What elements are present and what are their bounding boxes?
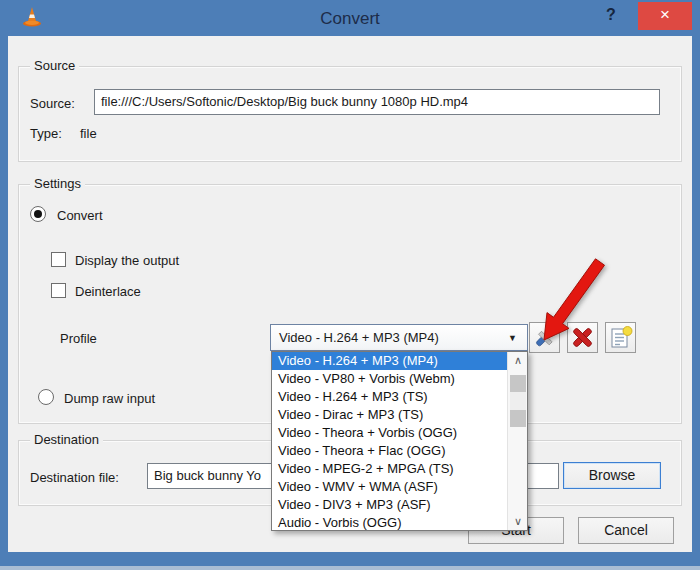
dropdown-item[interactable]: Video - Dirac + MP3 (TS): [272, 406, 508, 424]
source-field-label: Source:: [30, 96, 75, 111]
dropdown-item[interactable]: Video - Theora + Vorbis (OGG): [272, 424, 508, 442]
dropdown-item[interactable]: Audio - Vorbis (OGG): [272, 514, 508, 532]
dropdown-item[interactable]: Video - VP80 + Vorbis (Webm): [272, 370, 508, 388]
dialog-body: Source Source: file:///C:/Users/Softonic…: [8, 36, 692, 552]
deinterlace-label: Deinterlace: [75, 284, 141, 299]
dropdown-item[interactable]: Video - H.264 + MP3 (MP4): [272, 352, 508, 370]
profile-label: Profile: [60, 331, 97, 346]
scrollbar-down-icon[interactable]: ∨: [508, 513, 528, 530]
display-output-label: Display the output: [75, 253, 179, 268]
destination-group-label: Destination: [30, 432, 103, 447]
destination-file-label: Destination file:: [30, 470, 119, 485]
scrollbar-up-icon[interactable]: ∧: [508, 352, 528, 369]
settings-group-label: Settings: [30, 176, 85, 191]
dump-raw-input-label: Dump raw input: [64, 391, 155, 406]
convert-dialog-window: Convert ? × Source Source: file:///C:/Us…: [0, 0, 700, 570]
source-group-label: Source: [30, 58, 79, 73]
window-frame-edge: [0, 566, 700, 570]
titlebar[interactable]: Convert ? ×: [0, 0, 700, 36]
dropdown-item[interactable]: Video - H.264 + MP3 (TS): [272, 388, 508, 406]
dropdown-item[interactable]: Video - MPEG-2 + MPGA (TS): [272, 460, 508, 478]
dropdown-item[interactable]: Video - Theora + Flac (OGG): [272, 442, 508, 460]
document-new-icon: [607, 324, 634, 351]
help-button[interactable]: ?: [600, 6, 622, 30]
window-title: Convert: [0, 9, 700, 29]
wrench-tools-icon: [531, 324, 558, 351]
convert-radio-label: Convert: [57, 208, 103, 223]
source-path-field[interactable]: file:///C:/Users/Softonic/Desktop/Big bu…: [94, 89, 660, 115]
deinterlace-checkbox[interactable]: [51, 283, 66, 298]
edit-profile-button[interactable]: [529, 322, 560, 353]
scrollbar-thumb[interactable]: [510, 375, 526, 427]
dump-raw-input-radio[interactable]: [38, 389, 54, 405]
type-label: Type:: [30, 126, 62, 141]
delete-profile-button[interactable]: [567, 322, 598, 353]
new-profile-button[interactable]: [605, 322, 636, 353]
type-value: file: [80, 126, 97, 141]
convert-radio[interactable]: [30, 206, 46, 222]
profile-combobox[interactable]: Video - H.264 + MP3 (MP4): [270, 324, 528, 351]
browse-button[interactable]: Browse: [563, 462, 661, 489]
cancel-button[interactable]: Cancel: [578, 517, 674, 544]
red-x-icon: [570, 325, 595, 350]
display-output-checkbox[interactable]: [51, 252, 66, 267]
dropdown-item[interactable]: Video - WMV + WMA (ASF): [272, 478, 508, 496]
profile-dropdown-list: Video - H.264 + MP3 (MP4) Video - VP80 +…: [271, 351, 528, 531]
dropdown-item[interactable]: Video - DIV3 + MP3 (ASF): [272, 496, 508, 514]
close-button[interactable]: ×: [638, 2, 692, 30]
dropdown-scrollbar[interactable]: ∧ ∨: [507, 352, 527, 530]
